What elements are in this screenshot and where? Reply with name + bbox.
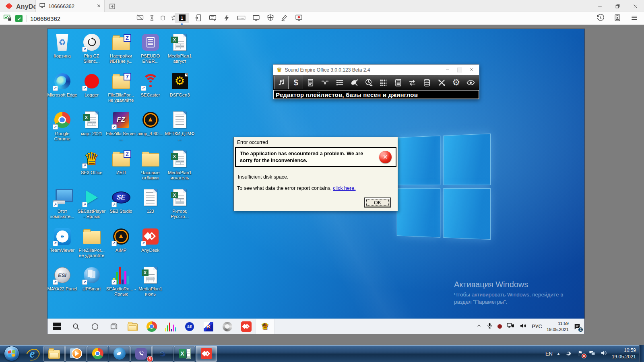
se-tool-gear-icon[interactable]: ⚙ bbox=[449, 76, 463, 89]
se-tool-dollar-icon[interactable]: $ bbox=[289, 76, 303, 89]
host-taskbar-chrome[interactable] bbox=[87, 346, 108, 362]
taskbar-item-lens[interactable] bbox=[218, 319, 237, 334]
se-tool-transfer-arrows-icon[interactable] bbox=[405, 76, 420, 89]
display-settings-icon[interactable] bbox=[252, 14, 260, 24]
session-record-icon[interactable] bbox=[295, 14, 303, 24]
host-taskbar-swoosh[interactable] bbox=[152, 346, 173, 362]
host-taskbar-viber[interactable]: 5 bbox=[130, 346, 152, 362]
history-icon[interactable] bbox=[596, 14, 605, 24]
desktop-icon[interactable]: 7FileZillaPor... не удаляйте bbox=[107, 71, 136, 110]
taskbar-item-chrome[interactable] bbox=[142, 319, 161, 334]
se-tool-clock-icon[interactable] bbox=[361, 76, 376, 89]
desktop-icon[interactable]: ♛↗SE3 Office bbox=[77, 149, 106, 188]
desktop-icon[interactable]: ↗AnyDesk bbox=[136, 226, 165, 265]
se-tool-tools-icon[interactable] bbox=[434, 76, 449, 89]
click-here-link[interactable]: click here. bbox=[333, 185, 355, 191]
se-tool-grid-icon[interactable] bbox=[376, 76, 390, 89]
desktop-icon[interactable]: МЕТКИ ДТМФ ... bbox=[165, 110, 194, 149]
privacy-mode-icon[interactable] bbox=[136, 14, 144, 23]
desktop-icon[interactable]: ⚙DSFGen3 bbox=[165, 71, 194, 110]
error-dialog[interactable]: Error occurred The application has encou… bbox=[233, 137, 398, 211]
remote-clock[interactable]: 11:59 19.05.2021 bbox=[547, 321, 569, 332]
desktop-icon[interactable]: ▲aimp_4.60.... bbox=[136, 110, 165, 149]
desktop-icon[interactable]: ▲↗AIMP bbox=[107, 226, 136, 265]
desktop-icon[interactable]: Часовые отбивки bbox=[136, 149, 165, 188]
taskbar-item-anydesk[interactable] bbox=[237, 319, 256, 334]
host-network-icon[interactable] bbox=[588, 349, 596, 358]
session-tab[interactable]: 106666362 bbox=[35, 0, 105, 12]
desktop-icon[interactable]: ↗SECastPlayer - Ярлык bbox=[77, 187, 106, 226]
desktop-icon[interactable]: XРиторг, Русско... bbox=[165, 187, 194, 226]
new-session-tab-button[interactable] bbox=[108, 2, 117, 11]
desktop-icon[interactable]: ↗Logger bbox=[77, 71, 106, 110]
taskbar-item-se[interactable]: SE bbox=[180, 319, 199, 334]
desktop-icon[interactable]: SE↗SE3 Studio bbox=[107, 187, 136, 226]
permissions-shield-icon[interactable] bbox=[266, 14, 275, 23]
tray-expand-icon[interactable]: ▲ bbox=[557, 352, 560, 356]
desktop-icon[interactable]: XMediaPlan1 искатель bbox=[165, 149, 194, 188]
desktop-icon[interactable]: ♻Корзина bbox=[48, 32, 77, 71]
start-button[interactable] bbox=[4, 346, 19, 361]
action-center-icon[interactable]: 2 bbox=[573, 323, 581, 331]
se-tool-document-icon[interactable] bbox=[303, 76, 318, 89]
se-close-icon[interactable] bbox=[469, 66, 474, 74]
desktop-icon[interactable]: ZНастройки ИБП(не у... bbox=[107, 32, 136, 71]
desktop-icon[interactable]: ↗TeamViewer bbox=[48, 226, 77, 265]
desktop-icon[interactable]: ↗Microsoft Edge bbox=[48, 71, 77, 110]
network-icon[interactable] bbox=[506, 321, 515, 331]
taskbar-item-crown[interactable]: ♛ bbox=[256, 319, 275, 334]
desktop-icon[interactable]: PSEUDO ENER... bbox=[136, 32, 165, 71]
desktop-icon[interactable]: FZ↗FileZilla Server ... bbox=[107, 110, 136, 149]
desktop-icon[interactable]: FileZillaPor... не удаляйте bbox=[77, 226, 106, 265]
host-taskbar-anydesk[interactable] bbox=[196, 346, 217, 362]
desktop-icon[interactable]: XMediaPlan1 август bbox=[165, 32, 194, 71]
volume-icon[interactable] bbox=[519, 322, 527, 331]
se-tool-database-icon[interactable] bbox=[420, 76, 434, 89]
tab-close-icon[interactable] bbox=[97, 2, 101, 10]
desktop-icon[interactable]: ↗Pira CZ Silenc... bbox=[77, 32, 106, 71]
taskbar-item-equalizer[interactable] bbox=[161, 319, 180, 334]
actions-lightning-icon[interactable] bbox=[223, 14, 231, 23]
taskbar-item-radio-r[interactable]: R bbox=[199, 319, 218, 334]
host-volume-icon[interactable] bbox=[600, 349, 608, 358]
se-tool-waveform-icon[interactable] bbox=[318, 76, 332, 89]
language-indicator[interactable]: РУС bbox=[532, 323, 542, 329]
window-restore-button[interactable] bbox=[609, 0, 626, 12]
desktop-icon[interactable]: XMediaPlan1 июль bbox=[136, 265, 165, 304]
se-tool-playlist-icon[interactable] bbox=[332, 76, 347, 89]
se-tool-eye-icon[interactable] bbox=[463, 76, 478, 89]
internet-explorer-icon[interactable]: e bbox=[24, 346, 40, 361]
desktop-icon[interactable]: ZИБП bbox=[107, 149, 136, 188]
taskbar-item-explorer[interactable] bbox=[123, 319, 142, 334]
sound-empire-window[interactable]: ♛ Sound Empire Office 3.0.0.123 Beta 2.4… bbox=[273, 64, 479, 99]
action-center-flag-icon[interactable]: × bbox=[577, 350, 584, 357]
remote-desktop-view[interactable]: Активация Windows Чтобы активировать Win… bbox=[47, 29, 584, 334]
window-minimize-button[interactable] bbox=[591, 0, 609, 12]
se-minimize-icon[interactable] bbox=[445, 66, 450, 74]
window-close-button[interactable] bbox=[626, 0, 644, 12]
chat-icon[interactable] bbox=[208, 14, 217, 24]
whiteboard-pencil-icon[interactable] bbox=[281, 14, 289, 23]
host-taskbar-wmp[interactable] bbox=[65, 346, 87, 362]
menu-icon[interactable] bbox=[630, 14, 638, 23]
recording-indicator-icon[interactable] bbox=[497, 324, 502, 329]
taskbar-item-search[interactable] bbox=[66, 319, 85, 334]
se-tool-music-notes-icon[interactable] bbox=[274, 76, 289, 89]
show-desktop-button[interactable] bbox=[639, 345, 644, 362]
file-transfer-icon[interactable] bbox=[194, 14, 202, 24]
host-taskbar-thunderbird[interactable] bbox=[109, 346, 130, 362]
desktop-icon[interactable]: 123 bbox=[136, 187, 165, 226]
desktop-icon[interactable]: ↗Google Chrome bbox=[48, 110, 77, 149]
desktop-icon[interactable]: ↗SEAudioRo... - Ярлык bbox=[107, 265, 136, 304]
taskbar-item-start[interactable] bbox=[47, 319, 66, 334]
host-taskbar-explorer[interactable] bbox=[43, 346, 65, 362]
desktop-icon[interactable]: ↗UPSmart bbox=[77, 265, 106, 304]
ok-button[interactable]: OK bbox=[365, 198, 390, 207]
taskbar-item-task-view[interactable] bbox=[104, 319, 123, 334]
microphone-icon[interactable] bbox=[486, 322, 493, 331]
remote-address[interactable]: 106666362 bbox=[30, 15, 60, 22]
taskbar-item-cortana[interactable] bbox=[85, 319, 104, 334]
monitor-select-button[interactable]: 1 bbox=[175, 13, 189, 23]
desktop-icon[interactable]: Xмарт 2021 bbox=[77, 110, 106, 149]
address-book-icon[interactable] bbox=[613, 14, 621, 23]
